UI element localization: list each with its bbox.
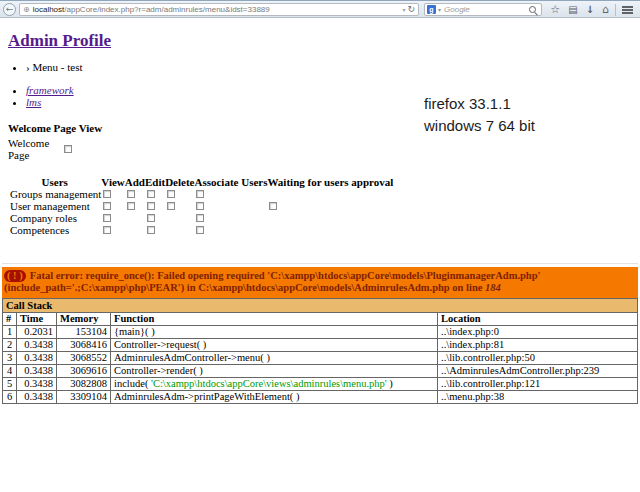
stack-frame-memory: 3082808 — [57, 378, 111, 391]
permission-checkbox[interactable] — [103, 226, 111, 234]
permission-row: User management — [8, 200, 393, 212]
reload-icon[interactable]: ↻ — [407, 5, 415, 14]
stack-frame-function: {main}( ) — [111, 326, 438, 339]
search-icon[interactable] — [528, 5, 538, 15]
lms-link[interactable]: lms — [26, 96, 41, 108]
stack-frame-location: ..\lib.controller.php:50 — [438, 352, 638, 365]
error-line-number: 184 — [485, 282, 501, 293]
menu-list: › Menu - test — [0, 61, 640, 73]
menu-hamburger-icon[interactable] — [622, 6, 633, 8]
permission-checkbox[interactable] — [147, 214, 155, 222]
welcome-page-checkbox[interactable] — [64, 145, 72, 153]
permission-checkbox[interactable] — [103, 190, 111, 198]
stack-frame-function: include( 'C:\xampp\htdocs\appCore\views\… — [111, 378, 438, 391]
url-bar[interactable]: ⊕ localhost/appCore/index.php?r=adm/admi… — [19, 3, 419, 16]
permission-checkbox[interactable] — [127, 190, 135, 198]
stack-frame-location: ..\lib.controller.php:121 — [438, 378, 638, 391]
error-icon: ( ! ) — [4, 270, 26, 282]
permission-checkbox[interactable] — [167, 190, 175, 198]
call-stack-row: 60.34383309104AdminrulesAdm->printPageWi… — [3, 391, 638, 404]
permission-checkbox[interactable] — [127, 202, 135, 210]
url-host: localhost — [33, 5, 65, 14]
stack-frame-time: 0.3438 — [17, 391, 57, 404]
search-input[interactable]: g ▾ Google — [424, 3, 542, 16]
permission-row: Groups management — [8, 188, 393, 200]
permissions-table-body: Groups managementUser managementCompany … — [8, 188, 393, 236]
home-icon[interactable]: ⌂ — [602, 4, 609, 16]
call-stack-head: #TimeMemoryFunctionLocation — [3, 313, 638, 326]
welcome-page-view-heading: Welcome Page View — [8, 122, 640, 134]
toolbar-separator — [615, 4, 616, 16]
call-stack-header: # — [3, 313, 17, 326]
call-stack-body: 10.2031153104{main}( )..\index.php:020.3… — [3, 326, 638, 404]
permission-checkbox[interactable] — [103, 214, 111, 222]
search-engine-dropdown-icon[interactable]: ▾ — [438, 6, 441, 13]
xdebug-error-section: ( ! )Fatal error: require_once(): Failed… — [2, 267, 638, 404]
permission-checkbox[interactable] — [196, 202, 204, 210]
call-stack-row: 50.34383082808include( 'C:\xampp\htdocs\… — [3, 378, 638, 391]
list-item: framework — [26, 84, 640, 96]
toolbar-icons: ☆ ▤ ↓ ⌂ — [546, 1, 637, 19]
back-button[interactable]: ← — [3, 3, 16, 16]
permission-checkbox[interactable] — [269, 202, 277, 210]
nav-link-list: framework lms — [0, 84, 640, 108]
fatal-error-message: ( ! )Fatal error: require_once(): Failed… — [2, 267, 638, 298]
permissions-header: View — [101, 176, 124, 188]
stack-frame-number: 3 — [3, 352, 17, 365]
stack-frame-time: 0.3438 — [17, 352, 57, 365]
page-title[interactable]: Admin Profile — [8, 31, 111, 51]
permissions-header: Associate Users — [194, 176, 267, 188]
stack-frame-memory: 3068552 — [57, 352, 111, 365]
permission-checkbox[interactable] — [196, 226, 204, 234]
stack-frame-time: 0.2031 — [17, 326, 57, 339]
welcome-page-row: Welcome Page — [8, 137, 640, 161]
stack-frame-location: ..\AdminrulesAdmController.php:239 — [438, 365, 638, 378]
call-stack-title: Call Stack — [2, 298, 638, 312]
permission-checkbox[interactable] — [147, 190, 155, 198]
stack-frame-location: ..\index.php:81 — [438, 339, 638, 352]
downloads-icon[interactable]: ↓ — [586, 4, 594, 16]
google-engine-icon[interactable]: g — [427, 5, 436, 14]
url-dropdown-icon[interactable]: ▾ — [402, 6, 405, 13]
site-identity-globe-icon: ⊕ — [23, 6, 30, 14]
call-stack-row: 40.34383069616Controller->render( )..\Ad… — [3, 365, 638, 378]
permission-row: Company roles — [8, 212, 393, 224]
error-text: : require_once(): Failed opening require… — [4, 270, 540, 293]
permission-checkbox[interactable] — [167, 202, 175, 210]
framework-link[interactable]: framework — [26, 84, 74, 96]
permissions-header: Add — [125, 176, 145, 188]
permission-checkbox[interactable] — [196, 190, 204, 198]
call-stack-row: 20.34383068416Controller->request( )..\i… — [3, 339, 638, 352]
bookmark-star-icon[interactable]: ☆ — [550, 4, 560, 16]
menu-item-test: › Menu - test — [26, 61, 640, 73]
permission-checkbox[interactable] — [103, 202, 111, 210]
permissions-header: Delete — [165, 176, 194, 188]
divider — [2, 263, 638, 264]
stack-frame-time: 0.3438 — [17, 339, 57, 352]
annotation-line-browser: firefox 33.1.1 — [424, 93, 535, 115]
permission-row: Competences — [8, 224, 393, 236]
list-item: lms — [26, 96, 640, 108]
stack-frame-function: Controller->request( ) — [111, 339, 438, 352]
annotation-line-os: windows 7 64 bit — [424, 115, 535, 137]
stack-frame-number: 1 — [3, 326, 17, 339]
permission-checkbox[interactable] — [196, 214, 204, 222]
stack-frame-time: 0.3438 — [17, 378, 57, 391]
url-path: /appCore/index.php?r=adm/adminrules/menu… — [64, 5, 269, 14]
permissions-table-head: UsersViewAddEditDeleteAssociate UsersWai… — [8, 176, 393, 188]
stack-frame-location: ..\index.php:0 — [438, 326, 638, 339]
call-stack-header: Memory — [57, 313, 111, 326]
permission-row-label: Groups management — [8, 188, 101, 200]
permissions-table: UsersViewAddEditDeleteAssociate UsersWai… — [8, 176, 393, 236]
permission-row-label: User management — [8, 200, 101, 212]
bookmarks-menu-icon[interactable]: ▤ — [568, 4, 577, 16]
stack-frame-memory: 3069616 — [57, 365, 111, 378]
browser-toolbar: ← ⊕ localhost/appCore/index.php?r=adm/ad… — [0, 0, 640, 18]
stack-frame-memory: 153104 — [57, 326, 111, 339]
permission-checkbox[interactable] — [147, 202, 155, 210]
permission-checkbox[interactable] — [147, 226, 155, 234]
stack-frame-function: Controller->render( ) — [111, 365, 438, 378]
stack-frame-number: 4 — [3, 365, 17, 378]
search-placeholder: Google — [444, 5, 470, 14]
stack-frame-memory: 3309104 — [57, 391, 111, 404]
